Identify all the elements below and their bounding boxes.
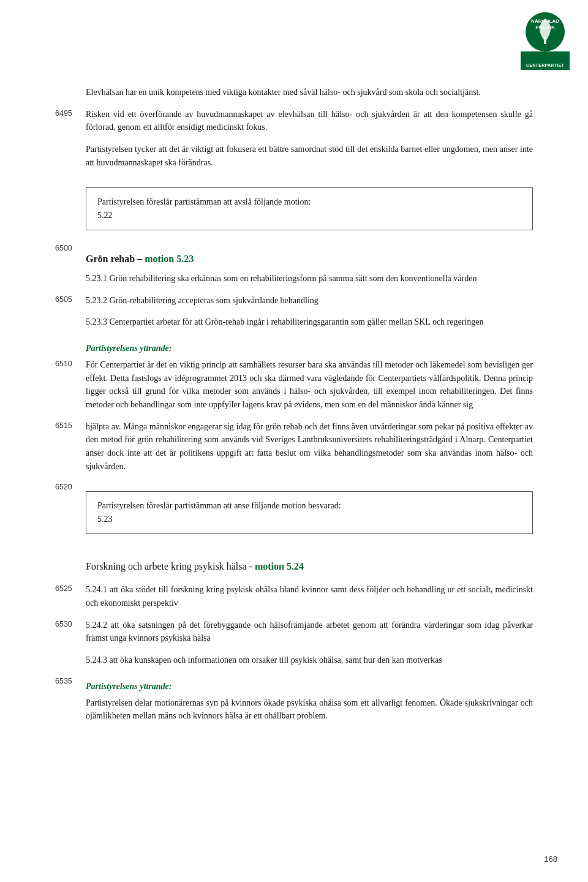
line-num-empty4 <box>55 272 86 292</box>
logo-line2: POLITIK <box>521 24 570 31</box>
item-523-2-num: 5.23.2 <box>86 296 107 305</box>
main-content: Elevhälsan har en unik kompetens med vik… <box>55 86 533 729</box>
yttrande-para1: För Centerpartiet är det en viktig princ… <box>86 358 533 418</box>
line-num-6520: 6520 <box>55 481 86 543</box>
intro-row2: 6495 Risken vid ett överförande av huvud… <box>55 108 533 140</box>
box2-row: 6520 Partistyrelsen föreslår partistämma… <box>55 481 533 543</box>
partistyrelsen-heading2: Partistyrelsens yttrande: <box>86 676 533 694</box>
intro-para2: Risken vid ett överförande av huvudmanna… <box>86 108 533 140</box>
line-num-6505: 6505 <box>55 294 86 314</box>
item-524-2-text: att öka satsningen på det förebyggande o… <box>86 620 533 643</box>
item-523-2: 5.23.2 Grön-rehabilitering accepteras so… <box>86 294 533 314</box>
partistyrelsen-heading2-row: 6535 Partistyrelsens yttrande: <box>55 676 533 694</box>
item-524-3-num: 5.24.3 <box>86 655 107 665</box>
section-6500-heading: Grön rehab – motion 5.23 <box>86 243 533 270</box>
page: NÄRODLAD POLITIK CENTERPARTIET Elevhälsa… <box>0 0 588 882</box>
partistyrelsen-heading1: Partistyrelsens yttrande: <box>86 337 533 356</box>
line-num-empty9 <box>55 696 86 729</box>
box1: Partistyrelsen föreslår partistämman att… <box>86 178 533 239</box>
box2: Partistyrelsen föreslår partistämman att… <box>86 481 533 543</box>
partistyrelsen-heading1-row: Partistyrelsens yttrande: <box>55 337 533 356</box>
box1-row: Partistyrelsen föreslår partistämman att… <box>55 178 533 239</box>
intro-para1: Elevhälsan har en unik kompetens med vik… <box>86 86 533 105</box>
motion-524-link[interactable]: motion 5.24 <box>255 561 304 571</box>
intro-row1: Elevhälsan har en unik kompetens med vik… <box>55 86 533 105</box>
item-524-1: 5.24.1 att öka stödet till forskning kri… <box>86 583 533 616</box>
item-524-1-row: 6525 5.24.1 att öka stödet till forsknin… <box>55 583 533 616</box>
line-num-6530: 6530 <box>55 619 86 651</box>
yttrande-para3: Partistyrelsen delar motionärernas syn p… <box>86 696 533 729</box>
line-num-empty5 <box>55 315 86 335</box>
line-num-6535: 6535 <box>55 676 86 694</box>
line-num-empty6 <box>55 337 86 356</box>
item-523-2-row: 6505 5.23.2 Grön-rehabilitering accepter… <box>55 294 533 314</box>
item-523-1-num: 5.23.1 <box>86 274 107 283</box>
forskning-heading-row: Forskning och arbete kring psykisk hälsa… <box>55 546 533 581</box>
line-num-empty3 <box>55 178 86 239</box>
item-524-3-text: att öka kunskapen och informationen om o… <box>110 655 442 665</box>
line-num-empty7 <box>55 546 86 581</box>
motion-523-link[interactable]: motion 5.23 <box>145 254 194 264</box>
item-523-3-num: 5.23.3 <box>86 317 107 326</box>
line-num-6500: 6500 <box>55 243 86 270</box>
box2-motion: 5.23 <box>97 514 113 524</box>
line-num-6510: 6510 <box>55 358 86 418</box>
yttrande-para3-row: Partistyrelsen delar motionärernas syn p… <box>55 696 533 729</box>
line-num-6515: 6515 <box>55 420 86 480</box>
yttrande-para2-row: 6515 hjälpta av. Många människor engager… <box>55 420 533 480</box>
forskning-heading: Forskning och arbete kring psykisk hälsa… <box>86 546 533 581</box>
item-524-3-row: 5.24.3 att öka kunskapen och information… <box>55 654 533 673</box>
item-524-3: 5.24.3 att öka kunskapen och information… <box>86 654 533 673</box>
logo-area: NÄRODLAD POLITIK CENTERPARTIET <box>521 12 570 70</box>
logo-line1: NÄRODLAD <box>521 18 570 24</box>
item-523-1: 5.23.1 Grön rehabilitering ska erkännas … <box>86 272 533 292</box>
intro-row3: Partistyrelsen tycker att det är viktigt… <box>55 143 533 175</box>
item-523-2-text: Grön-rehabilitering accepteras som sjukv… <box>110 296 318 305</box>
green-rehab-heading: Grön rehab – <box>86 254 142 264</box>
intro-para3: Partistyrelsen tycker att det är viktigt… <box>86 143 533 175</box>
item-523-1-text: Grön rehabilitering ska erkännas som en … <box>110 274 477 283</box>
item-524-2-num: 5.24.2 <box>86 620 107 630</box>
item-524-2-row: 6530 5.24.2 att öka satsningen på det fö… <box>55 619 533 651</box>
forskning-title-text: Forskning och arbete kring psykisk hälsa… <box>86 561 252 571</box>
logo-party-name: CENTERPARTIET <box>521 62 570 70</box>
item-523-3: 5.23.3 Centerpartiet arbetar för att Grö… <box>86 315 533 335</box>
line-num-empty1 <box>55 86 86 105</box>
line-num-empty8 <box>55 654 86 673</box>
item-524-1-text: att öka stödet till forskning kring psyk… <box>86 585 533 608</box>
line-num-6525: 6525 <box>55 583 86 616</box>
svg-rect-1 <box>544 37 546 44</box>
item-523-1-row: 5.23.1 Grön rehabilitering ska erkännas … <box>55 272 533 292</box>
yttrande-para1-row: 6510 För Centerpartiet är det en viktig … <box>55 358 533 418</box>
line-num-6495: 6495 <box>55 108 86 140</box>
box1-motion: 5.22 <box>97 211 113 220</box>
yttrande-para2: hjälpta av. Många människor engagerar si… <box>86 420 533 480</box>
section-6500-heading-row: 6500 Grön rehab – motion 5.23 <box>55 243 533 270</box>
item-524-2: 5.24.2 att öka satsningen på det förebyg… <box>86 619 533 651</box>
item-523-3-row: 5.23.3 Centerpartiet arbetar för att Grö… <box>55 315 533 335</box>
line-num-empty2 <box>55 143 86 175</box>
item-524-1-num: 5.24.1 <box>86 585 107 594</box>
box2-text: Partistyrelsen föreslår partistämman att… <box>97 501 341 510</box>
item-523-3-text: Centerpartiet arbetar för att Grön-rehab… <box>110 317 484 326</box>
box1-text: Partistyrelsen föreslår partistämman att… <box>97 197 311 206</box>
page-number: 168 <box>544 854 557 864</box>
